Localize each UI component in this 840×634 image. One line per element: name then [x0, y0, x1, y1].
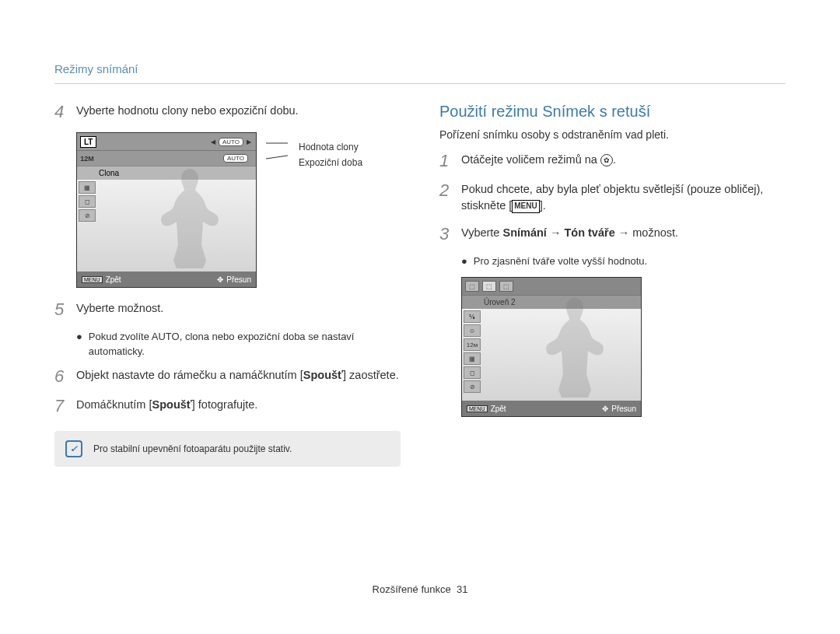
cam-main-area: ⅓ ☺ 12м ▦ ◻ ⊘ — [462, 309, 641, 401]
cam-clona-row: Clona — [77, 166, 256, 180]
step-text: Objekt nastavte do rámečku a namáčknutím… — [76, 367, 399, 386]
arrow-left-icon: ◀ — [211, 138, 215, 145]
move-label: Přesun — [226, 275, 251, 284]
cam-left-icons: ⅓ ☺ 12м ▦ ◻ ⊘ — [462, 309, 482, 401]
step-5-sub: ● Pokud zvolíte AUTO, clona nebo expozič… — [76, 330, 401, 359]
page-footer: Rozšířené funkce 31 — [54, 583, 786, 595]
cam-icon: 12м — [464, 338, 481, 351]
step-6: 6 Objekt nastavte do rámečku a namáčknut… — [54, 367, 401, 386]
auto-badge-2: AUTO — [223, 154, 248, 163]
note-text: Pro stabilní upevnění fotoaparátu použij… — [93, 443, 292, 454]
left-column: 4 Vyberte hodnotu clony nebo expoziční d… — [54, 103, 401, 467]
move-label: Přesun — [611, 405, 636, 413]
step-3: 3 Vyberte Snímání → Tón tváře → možnost. — [439, 225, 786, 243]
divider — [54, 83, 786, 84]
note-icon: ✓ — [65, 440, 82, 457]
tab-icon: ⬚ — [482, 281, 496, 292]
cam-icon: ⊘ — [79, 209, 96, 222]
step-text: Vyberte možnost. — [76, 300, 163, 319]
exposure-label: Expoziční doba — [299, 157, 362, 168]
menu-key-icon: MENU — [467, 405, 488, 412]
cam-top-row: ⬚ ⬚ ⬚ — [462, 278, 641, 295]
cam-icon: ⊘ — [464, 380, 481, 393]
columns: 4 Vyberte hodnotu clony nebo expoziční d… — [54, 103, 786, 467]
screenshot-labels: Hodnota clony Expoziční doba — [299, 132, 362, 168]
svg-line-1 — [266, 156, 288, 159]
cam-bottom-bar: MENU Zpět ✥ Přesun — [77, 271, 256, 287]
move-icon: ✥ — [602, 405, 608, 413]
bullet-icon: ● — [461, 254, 467, 269]
step-text: Domáčknutím [Spoušť] fotografujte. — [76, 397, 257, 415]
footer-section: Rozšířené funkce — [373, 583, 451, 595]
camera-screenshot-1: LT ◀ AUTO ▶ 12M AUTO Clona — [76, 132, 257, 288]
sub-text: Pro zjasnění tváře volte vyšší hodnotu. — [474, 254, 647, 269]
camera-screenshot-2: ⬚ ⬚ ⬚ Úroveň 2 ⅓ ☺ 12м ▦ — [461, 277, 642, 417]
menu-key-icon: MENU — [82, 276, 103, 283]
menu-key-icon: MENU — [512, 200, 539, 213]
right-column: Použití režimu Snímek s retuší Pořízení … — [439, 103, 786, 467]
step-3-sub: ● Pro zjasnění tváře volte vyšší hodnotu… — [461, 254, 786, 269]
leader-lines — [266, 132, 289, 170]
beauty-mode-icon: ✿ — [600, 154, 613, 166]
aperture-label: Hodnota clony — [299, 142, 362, 152]
manual-page: Režimy snímání 4 Vyberte hodnotu clony n… — [0, 0, 840, 595]
cam-icon: ◻ — [79, 195, 96, 208]
section-title: Použití režimu Snímek s retuší — [439, 103, 786, 121]
step-7: 7 Domáčknutím [Spoušť] fotografujte. — [54, 397, 401, 415]
step-text: Vyberte Snímání → Tón tváře → možnost. — [461, 225, 678, 243]
move-icon: ✥ — [217, 275, 223, 284]
step-text: Otáčejte voličem režimů na ✿. — [461, 152, 616, 170]
cam-icon: ⅓ — [464, 310, 481, 323]
step-number: 6 — [54, 367, 76, 386]
note-box: ✓ Pro stabilní upevnění fotoaparátu použ… — [54, 431, 401, 467]
level-row: Úroveň 2 — [462, 295, 641, 309]
cam-left-icons: ▦ ◻ ⊘ — [77, 180, 97, 271]
arrow-right-icon: ▶ — [247, 138, 251, 145]
step-number: 5 — [54, 300, 76, 319]
bullet-icon: ● — [76, 330, 82, 359]
camera-screenshot-1-wrap: LT ◀ AUTO ▶ 12M AUTO Clona — [76, 132, 401, 288]
resolution-icon: 12M — [77, 155, 97, 163]
clona-label: Clona — [99, 169, 119, 177]
step-number: 3 — [439, 225, 461, 243]
tab-icon: ⬚ — [499, 281, 513, 292]
step-number: 1 — [439, 152, 461, 170]
cam-icon: ◻ — [464, 366, 481, 379]
step-5: 5 Vyberte možnost. — [54, 300, 401, 319]
level-label: Úroveň 2 — [484, 298, 516, 306]
step-text: Pokud chcete, aby byla pleť objektu svět… — [461, 181, 786, 214]
step-number: 7 — [54, 397, 76, 415]
cam-row-12m: 12M AUTO — [77, 150, 256, 166]
cam-icon: ▦ — [79, 181, 96, 194]
step-4: 4 Vyberte hodnotu clony nebo expoziční d… — [54, 103, 401, 121]
step-text: Vyberte hodnotu clony nebo expoziční dob… — [76, 103, 299, 121]
back-label: Zpět — [106, 275, 121, 284]
sub-text: Pokud zvolíte AUTO, clona nebo expoziční… — [89, 330, 401, 359]
cam-main-area: ▦ ◻ ⊘ — [77, 180, 256, 271]
cam-top-row: LT ◀ AUTO ▶ — [77, 133, 256, 150]
step-1: 1 Otáčejte voličem režimů na ✿. — [439, 152, 786, 170]
tab-icon: ⬚ — [465, 281, 479, 292]
auto-badge: AUTO — [219, 138, 243, 146]
back-label: Zpět — [491, 405, 506, 413]
cam-icon: ☺ — [464, 324, 481, 337]
lt-badge: LT — [80, 136, 96, 148]
breadcrumb: Režimy snímání — [54, 62, 786, 75]
cam-bottom-bar: MENU Zpět ✥ Přesun — [462, 401, 641, 416]
cam-icon: ▦ — [464, 352, 481, 365]
page-number: 31 — [457, 583, 467, 595]
section-intro: Pořízení snímku osoby s odstraněním vad … — [439, 128, 786, 141]
step-number: 2 — [439, 181, 461, 214]
step-2: 2 Pokud chcete, aby byla pleť objektu sv… — [439, 181, 786, 214]
step-number: 4 — [54, 103, 76, 121]
